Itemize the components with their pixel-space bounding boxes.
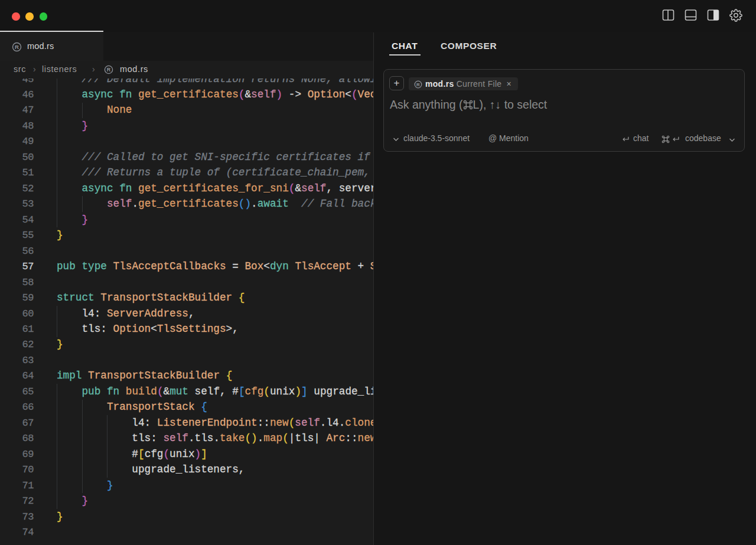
svg-text:R: R: [416, 82, 420, 87]
svg-text:R: R: [107, 67, 111, 73]
svg-text:R: R: [15, 44, 19, 50]
